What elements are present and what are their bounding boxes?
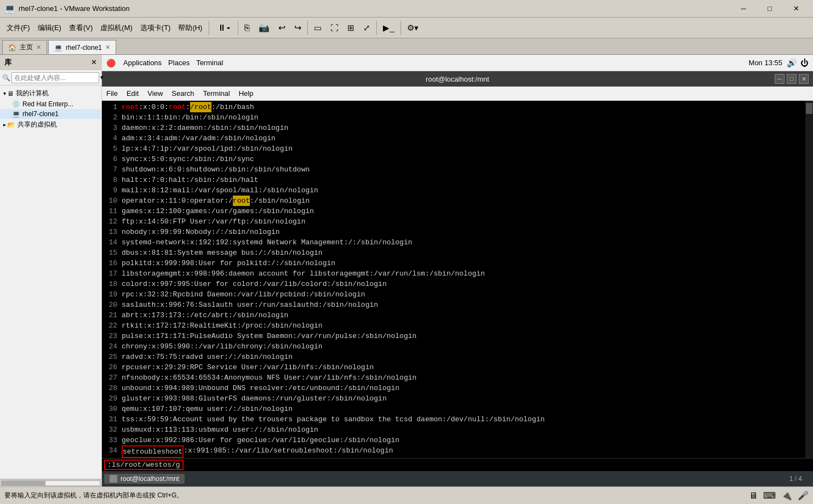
term-minimize-button[interactable]: ─	[775, 74, 785, 84]
tab-vm[interactable]: 💻 rhel7-clone1 ✕	[48, 40, 116, 54]
scale-button[interactable]: ⤢	[359, 20, 374, 36]
titlebar: 💻 rhel7-clone1 - VMware Workstation ─ □ …	[0, 0, 813, 18]
vm-clock: Mon 13:55	[749, 59, 782, 67]
term-line-31: 31 tss:x:59:59:Account used by the trous…	[102, 414, 812, 425]
title-text: rhel7-clone1 - VMware Workstation	[19, 4, 731, 13]
term-line-32: 32 usbmuxd:x:113:113:usbmuxd user:/:/sbi…	[102, 425, 812, 435]
term-line-5: 5 lp:x:4:7:lp:/var/spool/lpd:/sbin/nolog…	[102, 144, 812, 154]
unity-button[interactable]: ⊞	[343, 20, 358, 36]
term-line-9: 9 mail:x:8:12:mail:/var/spool/mail:/sbin…	[102, 185, 812, 196]
tree-label: 我的计算机	[16, 89, 49, 98]
term-view-menu[interactable]: View	[147, 89, 163, 98]
vm-tab-close[interactable]: ✕	[105, 44, 110, 51]
vm-top-menu: 🔴 Applications Places Terminal Mon 13:55…	[102, 55, 813, 71]
menu-view[interactable]: 查看(V)	[66, 20, 96, 36]
minimize-button[interactable]: ─	[731, 1, 756, 17]
menu-tabs[interactable]: 选项卡(T)	[137, 20, 174, 36]
computer-icon: 🖥	[7, 90, 14, 98]
term-line-2: 2 bin:x:1:1:bin:/bin:/sbin/nologin	[102, 112, 812, 123]
close-button[interactable]: ✕	[783, 1, 809, 17]
home-tab-close[interactable]: ✕	[36, 44, 41, 51]
term-edit-menu[interactable]: Edit	[127, 89, 139, 98]
fullscreen-button[interactable]: ⛶	[327, 20, 342, 36]
maximize-button[interactable]: □	[757, 1, 782, 17]
removable-button[interactable]: ⎘	[241, 20, 254, 36]
sidebar-title: 库	[4, 58, 12, 67]
tree-item-shared[interactable]: ▸ 📂 共享的虚拟机	[0, 119, 101, 130]
tabbar: 🏠 主页 ✕ 💻 rhel7-clone1 ✕	[0, 38, 813, 55]
terminal-controls: ─ □ ✕	[775, 74, 809, 84]
term-line-13: 13 nobody:x:99:99:Nobody:/:/sbin/nologin	[102, 227, 812, 237]
clone-icon: 💻	[12, 110, 20, 118]
volume-icon[interactable]: 🔊	[787, 58, 797, 68]
network-icon[interactable]: 🖥	[749, 491, 758, 501]
term-line-3: 3 daemon:x:2:2:daemon:/sbin:/sbin/nologi…	[102, 123, 812, 133]
tree-item-my-computer[interactable]: ▾ 🖥 我的计算机	[0, 88, 101, 99]
terminal-menu-top[interactable]: Terminal	[193, 58, 226, 68]
statusbar: 要将输入定向到该虚拟机，请在虚拟机内部单击或按 Ctrl+G。 🖥 ⌨ 🔌 🎤	[0, 486, 813, 504]
search-arrow-icon[interactable]: ▾	[100, 74, 104, 81]
keyboard-icon[interactable]: ⌨	[763, 490, 776, 501]
tree-label-shared: 共享的虚拟机	[18, 120, 57, 129]
menu-help[interactable]: 帮助(H)	[175, 20, 205, 36]
tab-home[interactable]: 🏠 主页 ✕	[2, 40, 47, 54]
terminal-window: root@localhost:/mnt ─ □ ✕ File Edit View…	[102, 71, 813, 486]
term-line-16: 16 polkitd:x:999:998:User for polkitd:/:…	[102, 258, 812, 268]
fit-button[interactable]: ▭	[310, 20, 325, 36]
tree-label-clone: rhel7-clone1	[22, 110, 59, 118]
power-icon[interactable]: ⏻	[800, 58, 809, 67]
term-line-17: 17 libstoragemgmt:x:998:996:daemon accou…	[102, 268, 812, 279]
shared-expand-icon: ▸	[3, 122, 6, 128]
app-icon: 💻	[4, 3, 15, 14]
sidebar-header: 库 ✕	[0, 55, 101, 70]
snapshot-button[interactable]: 📷	[255, 20, 273, 36]
scroll-position: 1 / 4	[789, 475, 802, 483]
terminal-menu-bar: File Edit View Search Terminal Help	[102, 87, 813, 101]
term-terminal-menu[interactable]: Terminal	[203, 89, 230, 98]
search-input[interactable]	[12, 72, 99, 83]
menu-file[interactable]: 文件(F)	[3, 20, 33, 36]
term-line-27: 27 nfsnobody:x:65534:65534:Anonymous NFS…	[102, 373, 812, 383]
tree-item-clone[interactable]: 💻 rhel7-clone1	[0, 109, 101, 119]
sidebar-hscroll[interactable]	[0, 479, 101, 486]
terminal-titlebar: root@localhost:/mnt ─ □ ✕	[102, 71, 813, 87]
console-button[interactable]: ▶_	[379, 20, 398, 36]
term-line-34: 34 setroubleshoot:x:991:985::/var/lib/se…	[102, 445, 812, 458]
redhat-icon: 💿	[12, 100, 20, 108]
term-search-menu[interactable]: Search	[171, 89, 194, 98]
menu-edit[interactable]: 编辑(E)	[35, 20, 65, 36]
term-line-24: 24 chrony:x:995:990::/var/lib/chrony:/sb…	[102, 341, 812, 352]
terminal-content[interactable]: 1 root:x:0:0:root:/root:/bin/bash 2 bin:…	[102, 101, 813, 458]
vm-menu-icon: 🔴	[106, 59, 116, 67]
vm-tab-icon: 💻	[54, 44, 62, 51]
term-line-29: 29 gluster:x:993:988:GlusterFS daemons:/…	[102, 393, 812, 404]
terminal-scrollbar[interactable]	[805, 101, 813, 458]
mic-icon[interactable]: 🎤	[798, 490, 809, 501]
term-line-8: 8 halt:x:7:0:halt:/sbin:/sbin/halt	[102, 175, 812, 185]
term-close-button[interactable]: ✕	[799, 74, 809, 84]
restore-button[interactable]: ↪	[290, 20, 305, 36]
menu-vm[interactable]: 虚拟机(M)	[97, 20, 136, 36]
term-line-12: 12 ftp:x:14:50:FTP User:/var/ftp:/sbin/n…	[102, 216, 812, 227]
term-line-28: 28 unbound:x:994:989:Unbound DNS resolve…	[102, 383, 812, 393]
command-line[interactable]: :ls/root/westos/g	[102, 458, 813, 471]
home-tab-icon: 🏠	[8, 44, 16, 51]
usb-icon[interactable]: 🔌	[781, 490, 792, 501]
settings-button[interactable]: ⚙▾	[403, 20, 422, 36]
applications-menu[interactable]: Applications	[120, 58, 165, 68]
sidebar: 库 ✕ 🔍 ▾ ▾ 🖥 我的计算机 💿 Red Hat Enterp... 💻 …	[0, 55, 102, 486]
pause-button[interactable]: ⏸▾	[213, 20, 236, 36]
tree-item-redhat[interactable]: 💿 Red Hat Enterp...	[0, 99, 101, 109]
term-line-11: 11 games:x:12:100:games:/usr/games:/sbin…	[102, 206, 812, 216]
term-line-20: 20 saslauth:x:996:76:Saslauth user:/run/…	[102, 300, 812, 310]
sidebar-close-icon[interactable]: ✕	[91, 58, 97, 66]
term-maximize-button[interactable]: □	[787, 74, 797, 84]
term-line-18: 18 colord:x:997:995:User for colord:/var…	[102, 279, 812, 289]
bottom-terminal-tab[interactable]: root@localhost:/mnt	[104, 474, 185, 484]
places-menu[interactable]: Places	[165, 58, 193, 68]
term-help-menu[interactable]: Help	[239, 89, 254, 98]
term-file-menu[interactable]: File	[106, 89, 118, 98]
revert-button[interactable]: ↩	[274, 20, 289, 36]
search-icon: 🔍	[2, 74, 10, 82]
term-line-21: 21 abrt:x:173:173::/etc/abrt:/sbin/nolog…	[102, 310, 812, 320]
